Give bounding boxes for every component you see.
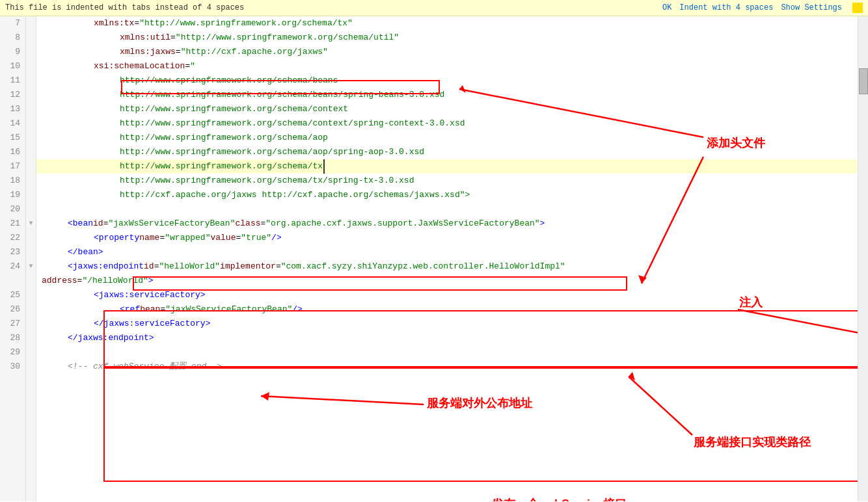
- ln-28: 28: [0, 331, 25, 345]
- notification-message: This file is indented with tabs instead …: [5, 3, 244, 12]
- svg-marker-10: [261, 392, 269, 401]
- code-line-28: </jaxws:endpoint>: [36, 331, 858, 345]
- gc-10: [26, 59, 36, 73]
- gc-18: [26, 174, 36, 188]
- ln-11: 11: [0, 73, 25, 88]
- ln-12: 12: [0, 88, 25, 102]
- gc-19: [26, 188, 36, 202]
- code-line-10: xsi:schemaLocation=": [36, 59, 858, 73]
- code-line-7: xmlns:tx="http://www.springframework.org…: [36, 16, 858, 31]
- ln-10: 10: [0, 59, 25, 73]
- ln-16: 16: [0, 145, 25, 159]
- code-line-18: http://www.springframework.org/schema/tx…: [36, 174, 858, 188]
- gc-12: [26, 88, 36, 102]
- code-line-24: <jaxws:endpoint id="helloWorld" implemen…: [36, 259, 858, 274]
- gc-23: [26, 245, 36, 259]
- notification-bar: This file is indented with tabs instead …: [0, 0, 868, 16]
- scrollbar-thumb[interactable]: [859, 68, 868, 94]
- ln-21: 21: [0, 217, 25, 231]
- ln-8: 8: [0, 31, 25, 45]
- gc-25: [26, 288, 36, 302]
- ln-24b: [0, 274, 25, 288]
- gc-13: [26, 102, 36, 116]
- gc-16: [26, 145, 36, 159]
- ln-15: 15: [0, 131, 25, 145]
- ln-14: 14: [0, 116, 25, 131]
- code-line-8: xmlns:util="http://www.springframework.o…: [36, 31, 858, 45]
- code-line-11: http://www.springframework.org/schema/be…: [36, 73, 858, 88]
- ln-24: 24: [0, 259, 25, 274]
- ln-9: 9: [0, 45, 25, 59]
- gc-9: [26, 45, 36, 59]
- gc-17: [26, 159, 36, 174]
- code-line-27: </jaxws:serviceFactory>: [36, 317, 858, 331]
- ln-22: 22: [0, 231, 25, 245]
- gc-22: [26, 231, 36, 245]
- ln-23: 23: [0, 245, 25, 259]
- ln-13: 13: [0, 102, 25, 116]
- gc-11: [26, 73, 36, 88]
- svg-text:服务端对外公布地址: 服务端对外公布地址: [426, 397, 533, 410]
- ln-26: 26: [0, 302, 25, 317]
- scrollbar[interactable]: [858, 16, 868, 501]
- code-line-26: <ref bean="jaxWsServiceFactoryBean" />: [36, 302, 858, 317]
- code-line-30: <!-- cxf webService 配置 end-->: [36, 360, 858, 374]
- box-endpoint: [103, 367, 858, 482]
- code-line-13: http://www.springframework.org/schema/co…: [36, 102, 858, 116]
- ln-25: 25: [0, 288, 25, 302]
- svg-text:服务端接口实现类路径: 服务端接口实现类路径: [693, 435, 811, 449]
- code-line-12: http://www.springframework.org/schema/be…: [36, 88, 858, 102]
- gc-8: [26, 31, 36, 45]
- gc-15: [26, 131, 36, 145]
- gc-7: [26, 16, 36, 31]
- code-line-16: http://www.springframework.org/schema/ao…: [36, 145, 858, 159]
- settings-link[interactable]: Show Settings: [781, 3, 842, 12]
- gc-26: [26, 302, 36, 317]
- code-line-22: <property name="wrapped" value="true" />: [36, 231, 858, 245]
- code-line-19: http://cxf.apache.org/jaxws http://cxf.a…: [36, 188, 858, 202]
- code-line-23: </bean>: [36, 245, 858, 259]
- ln-17: 17: [0, 159, 25, 174]
- gc-29: [26, 345, 36, 360]
- gc-14: [26, 116, 36, 131]
- gc-24: ▼: [26, 259, 36, 274]
- ok-link[interactable]: OK: [662, 3, 671, 12]
- gc-24b: [26, 274, 36, 288]
- svg-line-9: [261, 396, 424, 404]
- code-line-14: http://www.springframework.org/schema/co…: [36, 116, 858, 131]
- ln-20: 20: [0, 202, 25, 217]
- ln-30: 30: [0, 360, 25, 374]
- gutter: ▼ ▼: [26, 16, 36, 501]
- indent-link[interactable]: Indent with 4 spaces: [679, 3, 773, 12]
- code-line-24b: address="/helloWorld" >: [36, 274, 858, 288]
- code-line-21: <bean id="jaxWsServiceFactoryBean" class…: [36, 217, 858, 231]
- gc-27: [26, 317, 36, 331]
- code-line-29: [36, 345, 858, 360]
- ln-29: 29: [0, 345, 25, 360]
- gc-28: [26, 331, 36, 345]
- gc-21: ▼: [26, 217, 36, 231]
- code-line-25: <jaxws:serviceFactory>: [36, 288, 858, 302]
- code-content[interactable]: xmlns:tx="http://www.springframework.org…: [36, 16, 858, 501]
- code-line-15: http://www.springframework.org/schema/ao…: [36, 131, 858, 145]
- gc-30: [26, 360, 36, 374]
- editor: 7 8 9 10 11 12 13 14 15 16 17 18 19 20 2…: [0, 16, 868, 501]
- code-line-9: xmlns:jaxws="http://cxf.apache.org/jaxws…: [36, 45, 858, 59]
- ln-19: 19: [0, 188, 25, 202]
- yellow-marker: [852, 3, 863, 13]
- code-line-17: http://www.springframework.org/schema/tx: [36, 159, 858, 174]
- line-numbers: 7 8 9 10 11 12 13 14 15 16 17 18 19 20 2…: [0, 16, 26, 501]
- ln-7: 7: [0, 16, 25, 31]
- svg-line-12: [629, 376, 692, 435]
- ln-27: 27: [0, 317, 25, 331]
- ln-18: 18: [0, 174, 25, 188]
- svg-text:发布一个webService接口: 发布一个webService接口: [491, 497, 627, 501]
- code-line-20: [36, 202, 858, 217]
- gc-20: [26, 202, 36, 217]
